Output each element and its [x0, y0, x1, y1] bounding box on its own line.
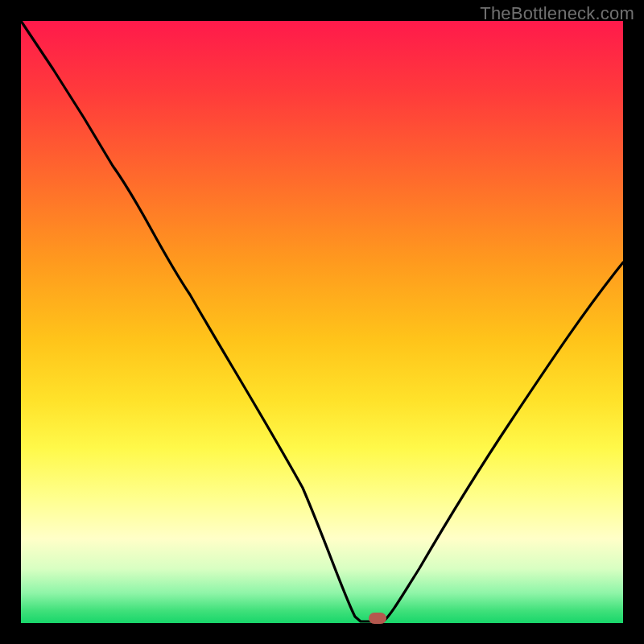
chart-frame: TheBottleneck.com	[0, 0, 644, 644]
bottleneck-curve	[21, 21, 623, 623]
optimal-point-marker	[369, 613, 386, 624]
curve-path	[21, 21, 623, 621]
plot-area	[21, 21, 623, 623]
watermark-text: TheBottleneck.com	[480, 3, 634, 24]
